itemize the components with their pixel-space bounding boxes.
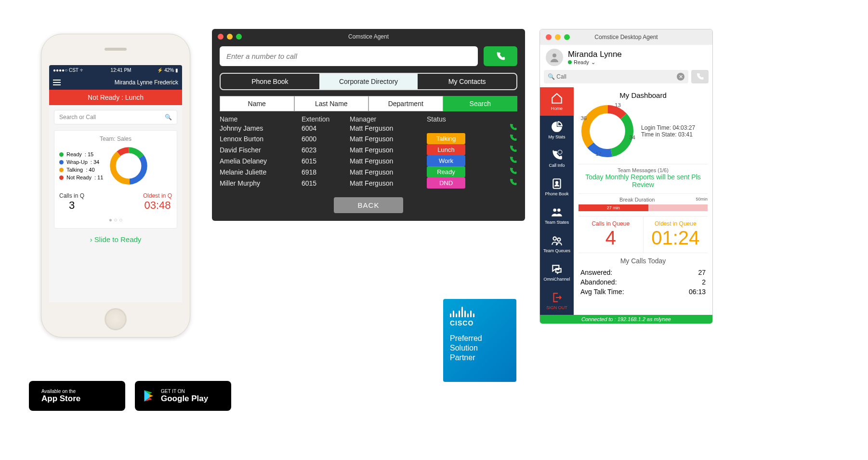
svg-text:17: 17	[595, 151, 602, 157]
window-title: Comstice Desktop Agent	[540, 34, 712, 41]
dashboard: My Dashboard 13341736 Login Time: 04:03:…	[574, 87, 712, 315]
clear-icon[interactable]: ✕	[677, 73, 684, 81]
search-icon: 🔍	[165, 114, 172, 121]
call-contact-button[interactable]	[509, 147, 517, 155]
filter-last-name[interactable]: Last Name	[294, 96, 369, 111]
status-dot-icon	[568, 60, 572, 64]
back-button[interactable]: BACK	[334, 197, 404, 213]
call-contact-button[interactable]	[509, 158, 517, 166]
break-duration: 50min Break Duration 27 min	[579, 194, 708, 216]
search-icon: 🔍	[548, 73, 555, 80]
slide-to-ready[interactable]: › Slide to Ready	[54, 235, 177, 244]
stat-line: Abandoned:2	[580, 277, 706, 287]
google-play-badge[interactable]: GET IT ON Google Play	[135, 381, 231, 411]
status-band: Not Ready : Lunch	[49, 90, 182, 105]
legend-item: Not Ready: 11	[59, 174, 103, 181]
google-play-icon	[143, 389, 156, 403]
store-badges: Available on the App Store GET IT ON Goo…	[29, 381, 231, 411]
tab-my-contacts[interactable]: My Contacts	[418, 74, 516, 89]
search-input[interactable]: Search or Call 🔍	[54, 110, 177, 124]
calls-in-queue-label: Calls in Queue	[579, 220, 643, 227]
svg-text:36: 36	[581, 115, 587, 121]
status-badge: DND	[427, 177, 480, 189]
sidebar-item-sign-out[interactable]: SIGN OUT	[540, 286, 574, 315]
hamburger-icon[interactable]	[53, 78, 61, 87]
search-button[interactable]: Search	[443, 96, 518, 111]
team-title: Team: Sales	[59, 135, 172, 142]
phone-screen: ●●●●○ CST ᯤ 12:41 PM ⚡ 42% ▮ Miranda Lyn…	[49, 65, 182, 302]
status-badge: Talking	[427, 133, 480, 144]
desktop-agent-window: Comstice Desktop Agent Miranda Lynne Rea…	[539, 29, 713, 324]
statusbar-left: ●●●●○ CST ᯤ	[53, 68, 85, 73]
sidebar-item-omnichannel[interactable]: OmniChannel	[540, 258, 574, 286]
legend-item: Ready: 15	[59, 150, 103, 158]
legend-dot-icon	[59, 152, 64, 157]
avatar	[546, 49, 563, 66]
chevron-right-icon: ›	[90, 235, 92, 244]
connection-status: Connected to : 192.168.1.2 as mlynee	[540, 315, 712, 324]
call-contact-button[interactable]	[509, 169, 517, 177]
tab-phone-book[interactable]: Phone Book	[221, 74, 319, 89]
appbar: Miranda Lynne Frederick	[49, 75, 182, 90]
user-status[interactable]: Ready ⌄	[568, 59, 622, 66]
sidebar-item-team-states[interactable]: Team States	[540, 201, 574, 230]
table-row: Amelia Delaney6015Matt FergusonWork	[212, 155, 525, 166]
my-calls-today: My Calls Today Answered:27Abandoned:2Avg…	[579, 253, 708, 300]
titlebar: Comstice Agent	[212, 29, 525, 44]
status-badge: Ready	[427, 166, 480, 177]
svg-point-9	[557, 208, 561, 212]
dial-input[interactable]	[220, 46, 478, 66]
svg-point-10	[553, 237, 556, 240]
app-store-badge[interactable]: Available on the App Store	[29, 381, 125, 411]
status-badge: Work	[427, 155, 480, 166]
call-contact-button[interactable]	[509, 125, 517, 133]
tab-corporate-directory[interactable]: Corporate Directory	[319, 74, 418, 89]
svg-text:34: 34	[629, 135, 635, 140]
svg-point-8	[553, 208, 556, 212]
break-progress: 27 min	[579, 204, 648, 211]
team-donut-chart	[108, 145, 149, 187]
calls-in-queue-value: 4	[579, 227, 643, 249]
sidebar-item-my-stats[interactable]: My Stats	[540, 116, 574, 144]
svg-point-4	[552, 54, 556, 57]
call-contact-button[interactable]	[509, 136, 517, 144]
team-legend: Ready: 15Wrap-Up: 34Talking: 40Not Ready…	[59, 150, 103, 181]
call-contact-button[interactable]	[509, 180, 517, 188]
sidebar-item-call-info[interactable]: Call Info	[540, 144, 574, 173]
table-row: Melanie Juliette6918Matt FergusonReady	[212, 166, 525, 177]
sidebar-item-phone-book[interactable]: Phone Book	[540, 173, 574, 201]
legend-dot-icon	[59, 176, 64, 180]
call-button[interactable]	[484, 46, 517, 66]
appbar-username: Miranda Lynne Frederick	[115, 79, 178, 86]
filter-department[interactable]: Department	[368, 96, 443, 111]
calls-in-q-label: Calls in Q	[59, 192, 84, 199]
sidebar-item-home[interactable]: Home	[540, 87, 574, 116]
directory-tabs: Phone Book Corporate Directory My Contac…	[220, 73, 517, 90]
oldest-in-q-value: 03:48	[143, 199, 172, 212]
table-row: Lennox Burton6000Matt FergusonTalking	[212, 133, 525, 144]
legend-item: Talking: 40	[59, 166, 103, 174]
home-button[interactable]	[105, 308, 127, 330]
call-button[interactable]	[691, 70, 709, 83]
oldest-in-queue-value: 01:24	[644, 227, 708, 249]
user-name: Miranda Lynne	[568, 50, 622, 59]
table-row: Miller Murphy6015Matt FergusonDND	[212, 177, 525, 189]
agent-window: Comstice Agent Phone Book Corporate Dire…	[212, 29, 525, 221]
cisco-partner-badge: CISCO Preferred Solution Partner	[443, 299, 516, 382]
search-input[interactable]: 🔍 Call ✕	[544, 70, 688, 83]
search-placeholder: Search or Call	[59, 114, 96, 121]
legend-item: Wrap-Up: 34	[59, 158, 103, 166]
sidebar: HomeMy StatsCall InfoPhone BookTeam Stat…	[540, 87, 574, 315]
legend-dot-icon	[59, 168, 64, 172]
table-row: David Fischer6023Matt FergusonLunch	[212, 144, 525, 155]
svg-point-7	[556, 182, 558, 184]
calls-in-q-value: 3	[59, 199, 84, 212]
stat-line: Avg Talk Time:06:13	[580, 287, 706, 297]
page-indicator: ● ○ ○	[59, 216, 172, 223]
chevron-down-icon: ⌄	[591, 59, 595, 66]
team-card: Team: Sales Ready: 15Wrap-Up: 34Talking:…	[54, 130, 177, 229]
iphone-mockup: ●●●●○ CST ᯤ 12:41 PM ⚡ 42% ▮ Miranda Lyn…	[41, 34, 190, 338]
sidebar-item-team-queues[interactable]: Team Queues	[540, 230, 574, 258]
filter-name[interactable]: Name	[220, 96, 294, 111]
filter-bar: Name Last Name Department Search	[220, 96, 517, 111]
